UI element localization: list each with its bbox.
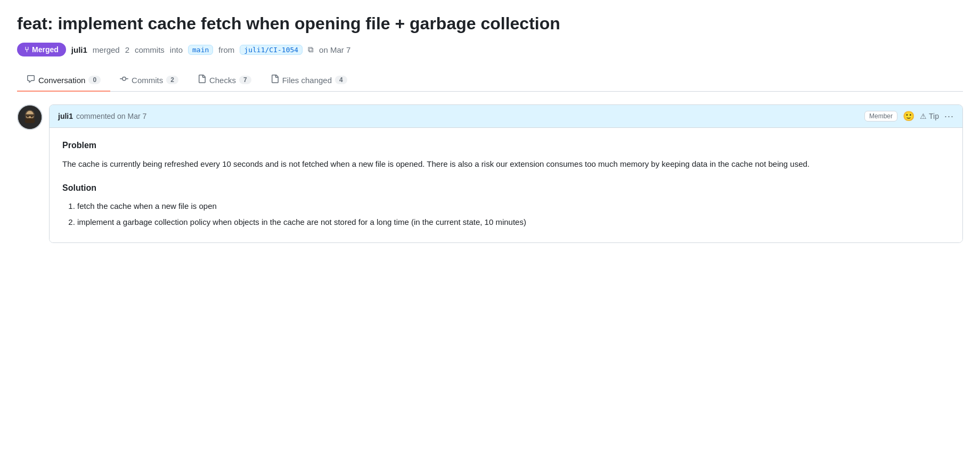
conversation-icon: [27, 75, 35, 85]
member-badge: Member: [864, 111, 897, 121]
tip-button[interactable]: ⚠ Tip: [920, 112, 939, 120]
avatar: [17, 104, 43, 130]
head-branch[interactable]: juli1/CI-1054: [240, 45, 303, 55]
comment-date: commented on Mar 7: [76, 112, 146, 120]
problem-heading: Problem: [62, 139, 950, 152]
tab-conversation-label: Conversation: [38, 76, 85, 85]
svg-rect-8: [25, 115, 35, 117]
pr-author: juli1: [71, 45, 87, 54]
page-title: feat: implement cache fetch when opening…: [17, 13, 963, 34]
tabs-bar: Conversation 0 Commits 2 Checks 7 Files …: [17, 69, 963, 92]
avatar-image: [18, 106, 42, 129]
base-branch[interactable]: main: [188, 45, 213, 55]
tab-files-changed-label: Files changed: [282, 76, 332, 85]
svg-rect-3: [25, 118, 35, 123]
solution-item-2: implement a garbage collection policy wh…: [77, 216, 950, 229]
tab-checks-count: 7: [239, 76, 251, 84]
comment-author[interactable]: juli1: [58, 112, 73, 120]
emoji-reaction-button[interactable]: 🙂: [903, 110, 914, 122]
pr-commits-label: commits: [135, 45, 165, 54]
comment-box: juli1 commented on Mar 7 Member 🙂 ⚠ Tip …: [49, 104, 963, 243]
tab-conversation[interactable]: Conversation 0: [17, 69, 110, 92]
tab-files-changed-count: 4: [335, 76, 347, 84]
pr-action: merged: [93, 45, 120, 54]
tab-checks-label: Checks: [209, 76, 236, 85]
commits-icon: [120, 75, 128, 85]
files-changed-icon: [271, 75, 279, 85]
pr-commit-count: 2: [125, 45, 129, 54]
tip-icon: ⚠: [920, 112, 927, 120]
comment-section: juli1 commented on Mar 7 Member 🙂 ⚠ Tip …: [17, 104, 963, 243]
tab-conversation-count: 0: [88, 76, 101, 84]
tip-label: Tip: [929, 112, 939, 120]
more-options-button[interactable]: ···: [944, 111, 954, 122]
comment-header: juli1 commented on Mar 7 Member 🙂 ⚠ Tip …: [50, 105, 962, 128]
pr-into-label: into: [170, 45, 183, 54]
comment-header-right: Member 🙂 ⚠ Tip ···: [864, 110, 954, 122]
solution-list: fetch the cache when a new file is open …: [62, 200, 950, 229]
comment-header-left: juli1 commented on Mar 7: [58, 112, 146, 120]
merged-label: Merged: [32, 45, 59, 54]
tab-checks[interactable]: Checks 7: [188, 69, 261, 92]
tab-commits[interactable]: Commits 2: [110, 69, 188, 92]
pr-from-label: from: [218, 45, 234, 54]
pr-meta: ⑂ Merged juli1 merged 2 commits into mai…: [17, 43, 963, 56]
pr-date: on Mar 7: [319, 45, 350, 54]
tab-commits-count: 2: [166, 76, 178, 84]
tab-commits-label: Commits: [132, 76, 163, 85]
solution-item-1: fetch the cache when a new file is open: [77, 200, 950, 213]
checks-icon: [198, 75, 206, 85]
problem-text: The cache is currently being refreshed e…: [62, 158, 950, 171]
copy-icon[interactable]: ⧉: [308, 45, 314, 54]
comment-body: Problem The cache is currently being ref…: [50, 128, 962, 242]
tab-files-changed[interactable]: Files changed 4: [261, 69, 357, 92]
merge-icon: ⑂: [24, 45, 29, 54]
solution-heading: Solution: [62, 181, 950, 195]
merged-badge: ⑂ Merged: [17, 43, 66, 56]
